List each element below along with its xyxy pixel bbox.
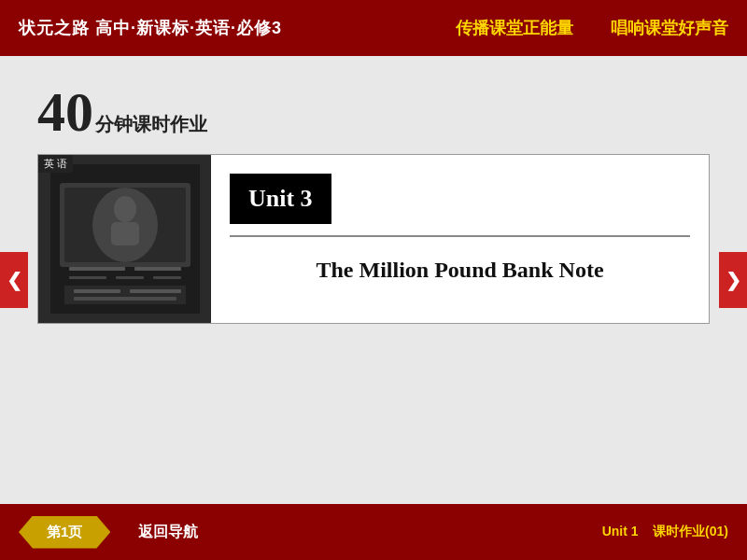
homework-subtitle: 分钟课时作业 xyxy=(95,112,207,137)
prev-button[interactable]: ❮ xyxy=(0,252,28,308)
svg-rect-14 xyxy=(74,297,176,301)
footer-unit-info: Unit 1 课时作业(01) xyxy=(602,524,728,540)
book-title: The Million Pound Bank Note xyxy=(211,248,709,301)
main-content: 40 分钟课时作业 英 语 xyxy=(0,56,747,504)
footer: 第1页 返回导航 Unit 1 课时作业(01) xyxy=(0,504,747,560)
slogan-2: 唱响课堂好声音 xyxy=(611,17,728,39)
footer-unit-label: Unit 1 xyxy=(602,524,639,539)
page-number: 第1页 xyxy=(19,516,110,549)
svg-point-4 xyxy=(114,196,136,222)
timer-number: 40 xyxy=(37,84,93,140)
subject-badge: 英 语 xyxy=(38,155,73,173)
right-arrow-icon: ❯ xyxy=(726,269,741,291)
unit-banner: Unit 3 xyxy=(230,174,331,224)
svg-rect-7 xyxy=(134,267,181,271)
left-arrow-icon: ❮ xyxy=(7,269,22,291)
content-card: 英 语 xyxy=(37,154,710,324)
svg-rect-9 xyxy=(116,276,144,279)
svg-rect-10 xyxy=(153,276,181,279)
header: 状元之路 高中·新课标·英语·必修3 传播课堂正能量 唱响课堂好声音 xyxy=(0,0,747,56)
svg-rect-11 xyxy=(64,286,186,304)
homework-title-row: 40 分钟课时作业 xyxy=(37,84,207,140)
card-divider xyxy=(230,235,690,237)
card-right-panel: Unit 3 The Million Pound Bank Note xyxy=(211,155,709,323)
svg-rect-6 xyxy=(69,267,125,271)
book-cover-image xyxy=(38,155,211,323)
svg-rect-8 xyxy=(69,276,106,279)
header-slogans: 传播课堂正能量 唱响课堂好声音 xyxy=(456,17,728,39)
next-button[interactable]: ❯ xyxy=(719,252,747,308)
svg-rect-13 xyxy=(130,289,181,293)
nav-home-button[interactable]: 返回导航 xyxy=(138,523,198,542)
slogan-1: 传播课堂正能量 xyxy=(456,17,573,39)
book-cover-svg xyxy=(50,164,200,314)
footer-work-label: 课时作业(01) xyxy=(653,524,728,539)
svg-rect-5 xyxy=(111,222,139,245)
header-title: 状元之路 高中·新课标·英语·必修3 xyxy=(19,17,282,39)
book-cover: 英 语 xyxy=(38,155,211,323)
svg-rect-12 xyxy=(74,289,120,293)
footer-left: 第1页 返回导航 xyxy=(19,516,198,549)
